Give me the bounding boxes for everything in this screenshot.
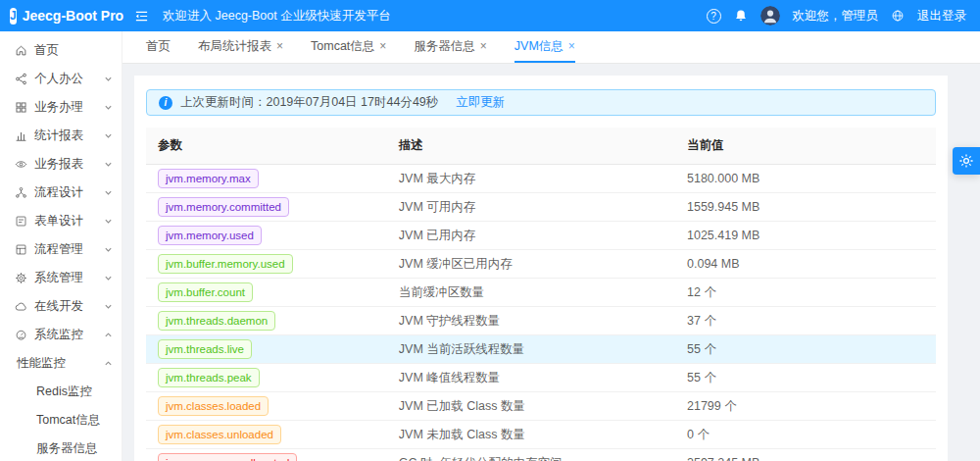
bar-chart-icon — [15, 129, 27, 142]
sidebar-item-label: 统计报表 — [34, 128, 83, 144]
param-desc: 当前缓冲区数量 — [387, 279, 675, 307]
tab-label: JVM信息 — [514, 38, 564, 55]
chevron-up-icon — [104, 331, 113, 339]
chevron-down-icon — [104, 131, 113, 140]
chevron-down-icon — [104, 188, 113, 197]
sidebar-item-form-design[interactable]: 表单设计 — [0, 207, 122, 235]
param-tag: jvm.threads.live — [158, 339, 252, 359]
chevron-down-icon — [104, 103, 113, 112]
tab-home[interactable]: 首页 — [146, 31, 171, 63]
logout-button[interactable]: 退出登录 — [917, 8, 966, 25]
help-icon[interactable]: ? — [707, 9, 721, 24]
table-row: jvm.buffer.memory.usedJVM 缓冲区已用内存0.094 M… — [146, 250, 936, 279]
jvm-table: 参数描述当前值 jvm.memory.maxJVM 最大内存5180.000 M… — [146, 128, 936, 461]
table-row: jvm.threads.liveJVM 当前活跃线程数量55 个 — [146, 335, 936, 364]
table-header-row: 参数描述当前值 — [146, 128, 936, 165]
dashboard-icon — [15, 329, 27, 341]
form-icon — [15, 215, 27, 228]
param-tag: jvm.buffer.memory.used — [158, 254, 293, 274]
sidebar-item-server-info[interactable]: 服务器信息 — [0, 435, 122, 461]
menu-fold-icon[interactable] — [134, 9, 149, 24]
chevron-down-icon — [104, 302, 113, 311]
refresh-now-link[interactable]: 立即更新 — [456, 94, 505, 111]
param-value: 0 个 — [675, 421, 936, 449]
cluster-icon — [15, 186, 27, 199]
param-value: 12 个 — [675, 279, 936, 307]
param-value: 0.094 MB — [675, 250, 936, 279]
user-greeting[interactable]: 欢迎您，管理员 — [793, 8, 879, 25]
chevron-down-icon — [104, 75, 113, 83]
page-body: 首页个人办公业务办理统计报表业务报表流程设计表单设计流程管理系统管理在线开发系统… — [0, 31, 980, 461]
tab-tomcat-info[interactable]: Tomcat信息× — [311, 31, 386, 63]
chevron-down-icon — [104, 160, 113, 169]
close-icon[interactable]: × — [568, 40, 575, 52]
sidebar-item-process-management[interactable]: 流程管理 — [0, 235, 122, 264]
param-tag: jvm.buffer.count — [158, 282, 253, 302]
param-desc: JVM 未加载 Class 数量 — [387, 421, 675, 449]
jvm-info-card: i 上次更新时间：2019年07月04日 17时44分49秒 立即更新 参数描述… — [134, 76, 948, 461]
table-row: jvm.classes.loadedJVM 已加载 Class 数量21799 … — [146, 392, 936, 421]
sidebar-item-online-dev[interactable]: 在线开发 — [0, 292, 122, 321]
param-tag: jvm.threads.daemon — [158, 311, 275, 331]
gear-icon — [958, 153, 974, 169]
tab-jvm-info[interactable]: JVM信息× — [514, 31, 575, 63]
param-tag: jvm.classes.loaded — [158, 396, 269, 416]
sidebar-item-label: 个人办公 — [34, 71, 83, 87]
content-area: i 上次更新时间：2019年07月04日 17时44分49秒 立即更新 参数描述… — [122, 64, 980, 461]
avatar[interactable] — [760, 6, 780, 26]
param-desc: GC 时, 年轻代分配的内存空间 — [387, 449, 675, 461]
globe-icon — [891, 9, 905, 23]
update-alert: i 上次更新时间：2019年07月04日 17时44分49秒 立即更新 — [146, 89, 936, 116]
sidebar-item-system-monitor[interactable]: 系统监控 — [0, 321, 122, 349]
column-header: 参数 — [146, 128, 387, 165]
logo-text: Jeecg-Boot Pro — [23, 8, 123, 24]
welcome-text: 欢迎进入 Jeecg-Boot 企业级快速开发平台 — [163, 8, 391, 25]
home-icon — [15, 44, 27, 57]
close-icon[interactable]: × — [379, 40, 386, 52]
table-row: jvm.memory.maxJVM 最大内存5180.000 MB — [146, 165, 936, 193]
gear-icon — [15, 272, 27, 284]
param-value: 3597.245 MB — [675, 449, 936, 461]
chevron-down-icon — [104, 245, 113, 254]
chevron-up-icon — [104, 359, 113, 368]
tab-layout-stats-report[interactable]: 布局统计报表× — [198, 31, 283, 63]
param-tag: jvm.memory.committed — [158, 197, 289, 217]
param-desc: JVM 当前活跃线程数量 — [387, 335, 675, 364]
tab-label: Tomcat信息 — [311, 38, 374, 55]
table-row: jvm.memory.usedJVM 已用内存1025.419 MB — [146, 222, 936, 250]
settings-drawer-button[interactable] — [953, 147, 980, 175]
cloud-icon — [15, 300, 27, 313]
sidebar-item-business-handling[interactable]: 业务办理 — [0, 93, 122, 122]
sidebar-item-system-management[interactable]: 系统管理 — [0, 264, 122, 292]
sidebar-item-redis-monitor[interactable]: Redis监控 — [0, 378, 122, 406]
sidebar-item-stats-report[interactable]: 统计报表 — [0, 122, 122, 150]
param-desc: JVM 缓冲区已用内存 — [387, 250, 675, 279]
close-icon[interactable]: × — [276, 40, 283, 52]
sidebar-item-home[interactable]: 首页 — [0, 36, 122, 65]
column-header: 当前值 — [675, 128, 936, 165]
tab-label: 布局统计报表 — [198, 38, 271, 55]
apps-icon — [15, 101, 27, 114]
logo[interactable]: J Jeecg-Boot Pro — [0, 8, 122, 25]
close-icon[interactable]: × — [480, 40, 487, 52]
sidebar-item-label: 系统监控 — [34, 327, 83, 343]
sidebar: 首页个人办公业务办理统计报表业务报表流程设计表单设计流程管理系统管理在线开发系统… — [0, 31, 122, 461]
param-value: 5180.000 MB — [675, 165, 936, 193]
param-value: 55 个 — [675, 335, 936, 364]
tab-server-info[interactable]: 服务器信息× — [414, 31, 487, 63]
chevron-down-icon — [104, 274, 113, 282]
param-desc: JVM 峰值线程数量 — [387, 364, 675, 392]
param-value: 21799 个 — [675, 392, 936, 421]
param-tag: jvm.memory.max — [158, 169, 259, 188]
sidebar-item-personal-office[interactable]: 个人办公 — [0, 65, 122, 93]
bell-icon[interactable] — [734, 9, 748, 23]
sidebar-item-process-design[interactable]: 流程设计 — [0, 179, 122, 207]
table-row: jvm.buffer.count当前缓冲区数量12 个 — [146, 279, 936, 307]
sidebar-item-performance-monitor[interactable]: 性能监控 — [0, 349, 122, 378]
sidebar-item-tomcat-info[interactable]: Tomcat信息 — [0, 406, 122, 435]
sidebar-item-label: 业务报表 — [34, 156, 83, 173]
tab-label: 首页 — [146, 38, 171, 55]
sidebar-item-label: Redis监控 — [36, 384, 92, 400]
info-icon: i — [159, 96, 172, 110]
sidebar-item-business-report[interactable]: 业务报表 — [0, 150, 122, 179]
